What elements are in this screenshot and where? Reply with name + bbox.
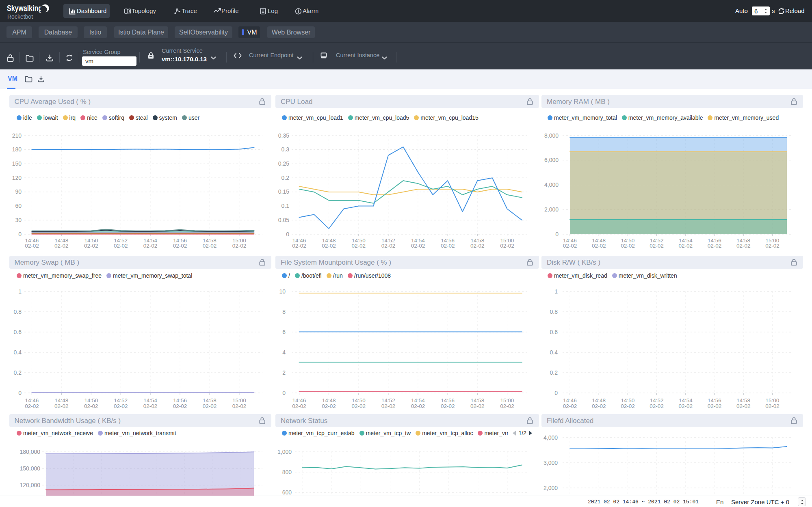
svg-text:90: 90 (15, 188, 22, 195)
svg-text:0: 0 (554, 390, 558, 396)
svg-text:02-02: 02-02 (322, 243, 336, 249)
svg-text:02-02: 02-02 (592, 403, 606, 409)
svg-text:02-02: 02-02 (500, 403, 514, 409)
svg-text:1,000: 1,000 (277, 449, 292, 455)
svg-text:02-02: 02-02 (232, 243, 247, 249)
svg-text:02-02: 02-02 (232, 403, 247, 409)
svg-text:600: 600 (282, 489, 292, 496)
svg-text:02-02: 02-02 (173, 243, 187, 249)
svg-text:0.8: 0.8 (14, 309, 22, 315)
svg-text:0: 0 (555, 231, 559, 237)
svg-text:02-02: 02-02 (411, 243, 425, 249)
svg-text:0.1: 0.1 (281, 203, 290, 209)
svg-text:0.15: 0.15 (278, 188, 289, 195)
svg-text:02-02: 02-02 (143, 403, 158, 409)
svg-text:02-02: 02-02 (650, 243, 664, 249)
svg-text:02-02: 02-02 (708, 403, 722, 409)
svg-text:02-02: 02-02 (563, 403, 577, 409)
svg-text:8,000: 8,000 (544, 132, 559, 139)
svg-text:0.2: 0.2 (14, 369, 22, 376)
svg-text:02-02: 02-02 (621, 403, 635, 409)
svg-text:1: 1 (554, 288, 558, 295)
svg-text:8: 8 (282, 309, 286, 315)
svg-text:02-02: 02-02 (114, 243, 128, 249)
svg-text:02-02: 02-02 (352, 243, 366, 249)
svg-text:6,000: 6,000 (544, 157, 559, 163)
svg-text:210: 210 (12, 132, 22, 139)
svg-text:4,000: 4,000 (543, 434, 558, 441)
svg-text:10: 10 (279, 288, 286, 295)
svg-text:0.8: 0.8 (550, 309, 558, 315)
svg-text:02-02: 02-02 (143, 243, 158, 249)
svg-text:02-02: 02-02 (679, 403, 693, 409)
svg-text:02-02: 02-02 (708, 243, 722, 249)
svg-text:0.35: 0.35 (278, 132, 289, 139)
svg-text:2,000: 2,000 (544, 206, 559, 213)
svg-text:180,000: 180,000 (19, 449, 40, 455)
svg-text:0: 0 (282, 390, 286, 396)
svg-text:0: 0 (286, 231, 289, 237)
svg-text:180: 180 (12, 146, 22, 153)
svg-text:02-02: 02-02 (470, 403, 485, 409)
svg-text:0.4: 0.4 (550, 349, 558, 356)
svg-text:02-02: 02-02 (292, 243, 306, 249)
svg-text:0.6: 0.6 (550, 329, 558, 335)
svg-text:02-02: 02-02 (736, 243, 751, 249)
svg-text:02-02: 02-02 (25, 243, 39, 249)
svg-text:30: 30 (15, 217, 22, 223)
svg-text:150: 150 (12, 160, 22, 167)
svg-text:02-02: 02-02 (292, 403, 306, 409)
svg-text:02-02: 02-02 (381, 403, 396, 409)
svg-text:02-02: 02-02 (203, 403, 217, 409)
svg-text:02-02: 02-02 (441, 403, 455, 409)
svg-text:02-02: 02-02 (54, 403, 69, 409)
svg-text:02-02: 02-02 (114, 403, 128, 409)
svg-text:0: 0 (18, 390, 22, 396)
svg-text:02-02: 02-02 (736, 403, 751, 409)
svg-text:02-02: 02-02 (765, 403, 780, 409)
svg-text:02-02: 02-02 (621, 243, 635, 249)
svg-text:02-02: 02-02 (470, 243, 485, 249)
svg-text:02-02: 02-02 (592, 243, 606, 249)
svg-text:800: 800 (282, 469, 292, 475)
svg-text:150,000: 150,000 (19, 465, 40, 472)
svg-text:120,000: 120,000 (19, 482, 40, 488)
svg-text:02-02: 02-02 (54, 243, 69, 249)
svg-text:0.25: 0.25 (278, 160, 289, 167)
svg-text:0.05: 0.05 (278, 217, 289, 223)
svg-text:1: 1 (18, 288, 22, 295)
svg-text:0.2: 0.2 (550, 369, 558, 376)
svg-text:02-02: 02-02 (173, 403, 187, 409)
svg-text:02-02: 02-02 (203, 243, 217, 249)
svg-text:60: 60 (15, 203, 22, 209)
svg-text:02-02: 02-02 (352, 403, 366, 409)
svg-text:02-02: 02-02 (381, 243, 396, 249)
svg-text:02-02: 02-02 (650, 403, 664, 409)
svg-text:4: 4 (282, 349, 286, 356)
svg-text:02-02: 02-02 (322, 403, 336, 409)
svg-text:0.2: 0.2 (281, 175, 290, 181)
svg-text:2,000: 2,000 (543, 485, 558, 491)
svg-text:02-02: 02-02 (25, 403, 39, 409)
svg-text:0.6: 0.6 (14, 329, 22, 335)
svg-text:02-02: 02-02 (563, 243, 577, 249)
svg-text:02-02: 02-02 (84, 403, 98, 409)
svg-text:2: 2 (282, 369, 286, 376)
svg-text:02-02: 02-02 (500, 243, 514, 249)
svg-text:6: 6 (282, 329, 286, 335)
svg-text:4,000: 4,000 (544, 181, 559, 188)
svg-text:3,000: 3,000 (543, 460, 558, 466)
svg-text:0: 0 (18, 231, 22, 237)
svg-text:0.4: 0.4 (14, 349, 22, 356)
svg-text:02-02: 02-02 (84, 243, 98, 249)
svg-text:120: 120 (12, 175, 22, 181)
svg-text:02-02: 02-02 (679, 243, 693, 249)
svg-text:0.3: 0.3 (281, 146, 290, 153)
svg-text:02-02: 02-02 (411, 403, 425, 409)
svg-text:02-02: 02-02 (441, 243, 455, 249)
svg-text:02-02: 02-02 (765, 243, 780, 249)
